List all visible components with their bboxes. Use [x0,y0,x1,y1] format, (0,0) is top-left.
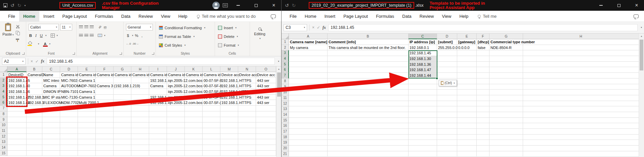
cell[interactable] [167,139,185,145]
cell[interactable]: Device acc [238,72,256,78]
cancel-icon[interactable]: × [312,25,314,30]
cell[interactable]: DINION IP [42,89,60,95]
cell[interactable] [42,111,60,117]
cell[interactable] [220,106,238,111]
cell[interactable] [289,151,328,157]
fill-handle[interactable] [436,77,438,80]
cell[interactable]: FLEXIDOM [42,100,60,106]
cell[interactable]: iqn.2005-12.com.bos [167,95,185,100]
column-header[interactable]: D [60,66,78,72]
row-number[interactable]: 1 [282,39,289,45]
cell[interactable] [409,106,437,112]
left-vertical-scrollbar[interactable]: ▲ [276,66,281,157]
cell[interactable] [96,117,114,123]
scrollbar-thumb[interactable] [640,40,643,70]
row-number[interactable]: 1 [0,72,7,78]
align-middle-button[interactable] [84,25,88,29]
cell[interactable] [96,134,114,140]
cell[interactable] [409,140,437,146]
insert-cells-button[interactable]: Insert▾ [217,23,248,32]
cell[interactable] [457,112,477,118]
cell[interactable]: 192.168.1.44 [7,100,27,106]
font-name-select[interactable]: Calibri▾ [29,24,59,31]
cell[interactable] [477,95,489,101]
cell[interactable] [114,139,131,145]
row-number[interactable]: 16 [282,123,289,129]
cell[interactable]: Camera id [131,72,149,78]
cell[interactable] [457,135,477,140]
cell[interactable] [167,145,185,151]
cell[interactable] [523,112,639,118]
cell[interactable]: 443 ser [256,100,276,106]
cell[interactable] [523,90,639,95]
insert-function-icon[interactable]: fx [41,59,44,64]
cell[interactable]: Camera 1 [78,78,96,84]
name-box[interactable]: C3▾ [284,24,307,31]
cell[interactable] [523,84,639,90]
cell[interactable] [42,139,60,145]
cell[interactable] [289,50,328,56]
cell[interactable] [149,111,167,117]
cell[interactable] [489,78,523,84]
cell[interactable]: iqn.2005-12.com.bos [167,89,185,95]
cell[interactable] [78,122,96,128]
cell[interactable] [328,67,409,73]
cell[interactable] [203,134,220,140]
cell[interactable] [220,111,238,117]
cell[interactable]: 443 ser [256,95,276,100]
cell[interactable] [457,123,477,129]
cell[interactable]: Camera id [78,72,96,78]
cell[interactable]: Multi 7000 1 [78,100,96,106]
cell[interactable] [27,128,42,134]
cell[interactable] [203,139,220,145]
cell[interactable] [489,84,523,90]
cell[interactable] [114,78,131,84]
cell[interactable]: 192.168.1.45 [409,50,437,56]
cell[interactable] [149,89,167,95]
cell[interactable]: This camera shall be mounted on the 2nd … [328,45,409,51]
cell[interactable] [149,122,167,128]
cell[interactable] [114,89,131,95]
column-header[interactable]: F [477,34,489,39]
cell[interactable] [131,151,149,156]
cell[interactable] [42,117,60,123]
cell[interactable] [437,73,457,78]
cell[interactable]: 192.168.1.47 [7,95,27,100]
cell[interactable] [149,151,167,156]
cell[interactable] [220,122,238,128]
cell[interactable]: Camera id [149,72,167,78]
cell[interactable] [477,135,489,140]
cell-styles-button[interactable]: Cell Styles▾ [158,41,213,50]
cell[interactable]: Commercial type number [489,39,523,45]
cell[interactable] [409,112,437,118]
cell[interactable] [523,67,639,73]
cell[interactable] [477,90,489,95]
cell[interactable]: false [477,45,489,51]
cell[interactable] [437,106,457,112]
cell[interactable] [256,122,276,128]
cell[interactable] [289,135,328,140]
formula-input[interactable]: 192.168.1.45 [328,24,638,31]
column-header[interactable]: O [256,66,276,72]
column-header[interactable]: H [523,34,639,39]
cut-button[interactable] [16,24,20,29]
cell[interactable] [42,134,60,140]
cell[interactable] [437,140,457,146]
cell[interactable]: 192.168.1.44 [409,73,437,78]
row-number[interactable]: 11 [282,95,289,101]
cell[interactable]: Name [42,72,60,78]
tab-formulas[interactable]: Formulas [91,11,117,22]
cell[interactable]: 192.168.1. [27,100,42,106]
cell[interactable] [489,73,523,78]
cell[interactable] [27,134,42,140]
cell[interactable] [96,145,114,151]
cell[interactable] [457,95,477,101]
cell[interactable]: iqn.2005-12.com.bos [167,78,185,84]
cell[interactable]: [dhcp] [477,39,489,45]
select-all-corner[interactable] [282,34,289,39]
cell[interactable]: Camera id [60,72,78,78]
cell[interactable] [78,145,96,151]
cell[interactable] [256,128,276,134]
minimize-button[interactable] [594,0,608,11]
tab-help[interactable]: Help [455,11,472,22]
